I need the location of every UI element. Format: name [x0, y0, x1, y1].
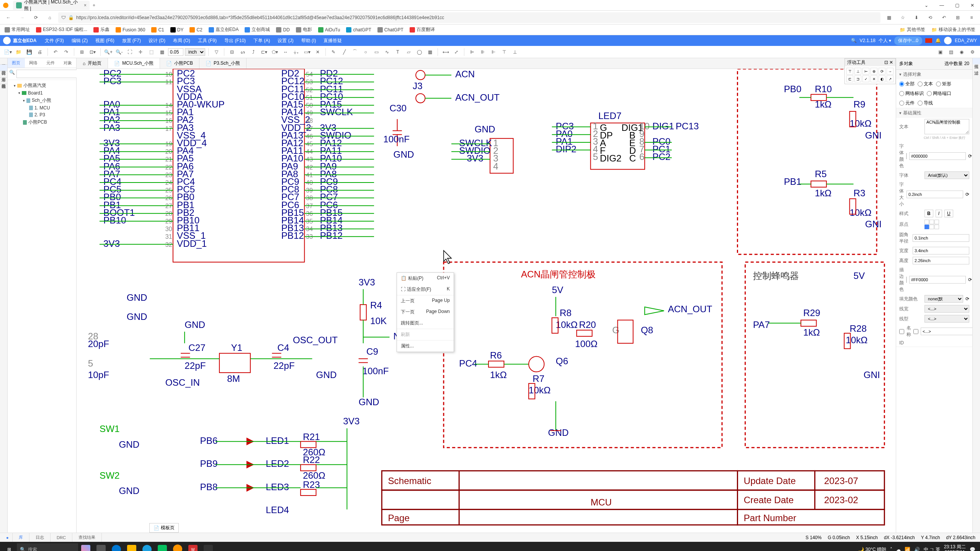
bookmark-3[interactable]: Fusion 360	[114, 26, 147, 33]
check-all[interactable]: 全部	[899, 81, 915, 87]
align-l-icon[interactable]: ⊫	[467, 47, 477, 57]
btab-indicator[interactable]: ●	[0, 533, 13, 542]
noconnect-icon[interactable]: ▭▾	[302, 47, 312, 57]
back-button[interactable]: ←	[3, 12, 14, 23]
bookmark-2[interactable]: 乐鑫	[92, 26, 111, 34]
circle-icon[interactable]: ○	[361, 47, 370, 57]
reset-icon[interactable]: ⟳	[965, 296, 969, 302]
sync-icon[interactable]: ⟲	[925, 12, 936, 23]
ctx-goto-page[interactable]: 跳转图页...	[397, 318, 454, 329]
menu-live[interactable]: 直播答疑	[320, 35, 346, 46]
browser-tab[interactable]: 小熊蒸汽煲 | MCU.Sch_小熊 | ×	[13, 1, 90, 10]
bookmark-11[interactable]: AiDuTu	[317, 26, 342, 33]
linetype-select[interactable]: <...>	[924, 315, 969, 323]
tray-onedrive-icon[interactable]: ☁	[896, 547, 901, 551]
bus-icon[interactable]: ⤴	[249, 47, 258, 57]
tray-volume-icon[interactable]: 🔊	[914, 547, 920, 551]
reset-icon[interactable]: ⟳	[968, 277, 972, 282]
menu-help[interactable]: 帮助 (I)	[297, 35, 320, 46]
team-label[interactable]: 个人 ▾	[879, 37, 891, 44]
canvas-area[interactable]: ⌂开始页 📄MCU.Sch_小熊 📄小熊PCB 📄P3.Sch_小熊 PC210…	[77, 58, 896, 533]
home-button[interactable]: ⌂	[44, 12, 55, 23]
rp-section-basic[interactable]: ▾ 基础属性	[896, 108, 972, 118]
origin-tc[interactable]	[929, 220, 934, 224]
rect-icon[interactable]: ▭	[372, 47, 381, 57]
new-tab-button[interactable]: +	[90, 3, 98, 8]
weather-widget[interactable]: 🌙 30°C 晴朗	[858, 546, 886, 551]
align-r-icon[interactable]: ⊩	[489, 47, 498, 57]
nc-icon[interactable]: ✕	[313, 47, 322, 57]
name-checkbox[interactable]	[899, 329, 904, 334]
panel3-icon[interactable]: ◉	[957, 47, 966, 57]
rail-filter[interactable]: 过滤	[973, 64, 980, 70]
menu-settings[interactable]: 设置 (J)	[274, 35, 297, 46]
bookmark-5[interactable]: DY	[169, 26, 185, 33]
search-icon[interactable]: 🔍	[851, 38, 857, 43]
rp-section-select[interactable]: ▾ 选择对象	[896, 70, 972, 79]
dim-icon[interactable]: ⟷	[441, 47, 450, 57]
image-icon[interactable]: ▱	[404, 47, 413, 57]
rail-common-lib[interactable]: 常用库	[0, 71, 7, 78]
btab-find[interactable]: 查找结果	[72, 533, 102, 542]
floating-tools-panel[interactable]: 浮动工具 ⊡ ✕ ⊤ ⊥ ⊢ ⊕ ⟳ → ⊏ ⊐ ✓ ✕ ◐ ↗	[844, 58, 896, 84]
origin-mc[interactable]	[929, 225, 934, 229]
tray-up-icon[interactable]: ˄	[890, 547, 892, 551]
arc-icon[interactable]: ⌒	[350, 47, 359, 57]
maximize-button[interactable]: ▢	[949, 0, 965, 11]
btab-library[interactable]: 库	[13, 533, 29, 542]
check-rect[interactable]: 矩形	[936, 81, 951, 87]
tree-pcb[interactable]: 小熊PCB	[9, 118, 75, 126]
tray-ime[interactable]: 中 ㄱ 英	[924, 546, 940, 551]
ctx-prev-page[interactable]: 上一页Page Up	[397, 295, 454, 306]
stroke-color-input[interactable]	[909, 276, 966, 284]
task-terminal[interactable]	[201, 542, 216, 551]
doc-tab-mcu[interactable]: 📄MCU.Sch_小熊	[108, 58, 160, 68]
underline-button[interactable]: U	[944, 210, 953, 217]
other-bookmarks[interactable]: 📁其他书签	[898, 26, 927, 34]
name-input[interactable]	[921, 328, 972, 335]
bell-icon[interactable]: 🔔	[935, 38, 941, 43]
bezier-icon[interactable]: ∿	[382, 47, 392, 57]
align-t-icon[interactable]: ⊤	[500, 47, 509, 57]
power-icon[interactable]: ↔	[281, 47, 290, 57]
schematic-canvas[interactable]: PC210PC2 PC311PC3 VSSA VDDA PA014PA0-WKU…	[77, 69, 896, 533]
zoom-in-icon[interactable]: 🔍+	[104, 47, 113, 57]
rail-device-std[interactable]: 器件标准化	[0, 78, 7, 84]
ft-3[interactable]: ⊢	[862, 68, 869, 75]
start-button[interactable]: ⊞	[2, 542, 17, 551]
extension-icon[interactable]: ⊞	[952, 12, 963, 23]
close-button[interactable]: ✕	[965, 0, 980, 11]
float-expand-icon[interactable]: ⊡	[884, 60, 888, 65]
print-icon[interactable]: 🖨	[35, 47, 44, 57]
doc-tab-p3[interactable]: 📄P3.Sch_小熊	[199, 58, 247, 68]
origin-tl[interactable]	[924, 220, 929, 224]
wire-icon[interactable]: ᔕ	[238, 47, 247, 57]
tray-notifications-icon[interactable]: 💬	[970, 547, 975, 551]
btab-drc[interactable]: DRC	[51, 533, 72, 542]
stroke-color-swatch[interactable]	[906, 277, 907, 283]
crosshair-icon[interactable]: ✛	[136, 47, 145, 57]
bookmark-13[interactable]: ChatGPT	[376, 26, 405, 33]
tab-close-icon[interactable]: ×	[84, 3, 87, 8]
netport-icon[interactable]: ⬠▾	[270, 47, 279, 57]
chevron-down-icon[interactable]: ⌄	[919, 0, 934, 11]
bookmark-4[interactable]: C1	[150, 26, 165, 33]
ft-11[interactable]: ◐	[879, 75, 885, 82]
tab-objects[interactable]: 对象	[59, 58, 76, 68]
ft-1[interactable]: ⊤	[846, 68, 853, 75]
tab-nets[interactable]: 网络	[25, 58, 42, 68]
undo-icon[interactable]: ↶	[51, 47, 60, 57]
origin-ml[interactable]	[924, 225, 929, 229]
ctx-paste[interactable]: 📋粘贴(P)Ctrl+V	[397, 273, 454, 284]
gnd-icon[interactable]: ⏚▾	[292, 47, 301, 57]
ft-2[interactable]: ⊥	[854, 68, 861, 75]
task-firefox[interactable]	[170, 542, 185, 551]
forward-button[interactable]: →	[17, 12, 28, 23]
ft-5[interactable]: ⟳	[879, 68, 885, 75]
align-m-icon[interactable]: ⊥	[510, 47, 519, 57]
filter-icon[interactable]: ▽	[212, 47, 221, 57]
check-wire[interactable]: 导线	[918, 100, 933, 106]
ft-10[interactable]: ✕	[871, 75, 877, 82]
ft-12[interactable]: ↗	[887, 75, 893, 82]
menu-design[interactable]: 设计 (D)	[145, 35, 169, 46]
